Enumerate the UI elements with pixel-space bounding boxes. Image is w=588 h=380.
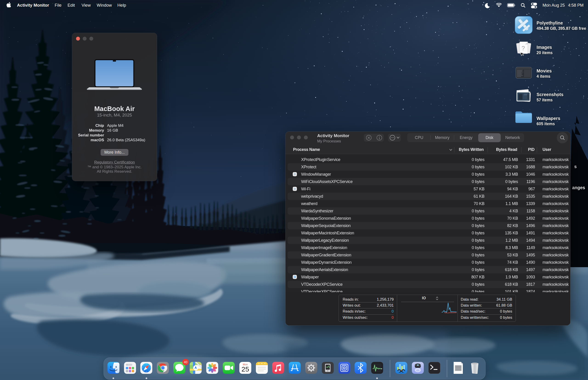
svg-text:25: 25: [241, 365, 249, 373]
svg-text:?: ?: [522, 45, 525, 52]
svg-text:40: 40: [184, 360, 188, 364]
